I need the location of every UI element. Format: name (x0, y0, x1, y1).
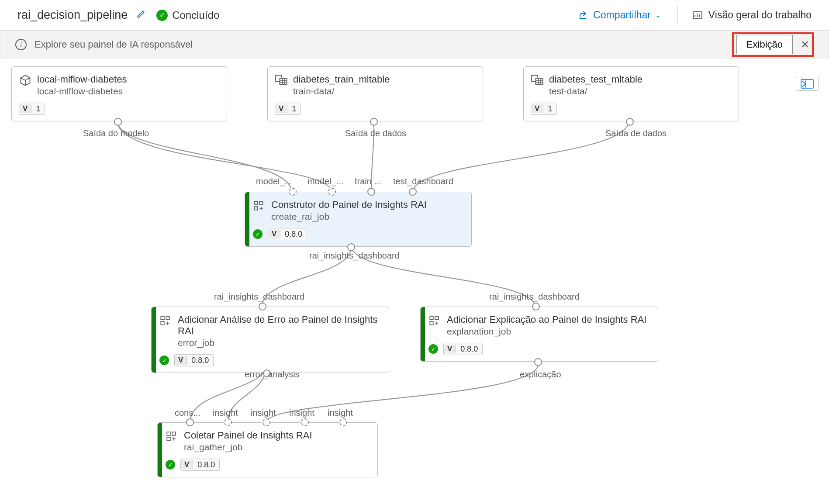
output-port[interactable] (370, 118, 378, 126)
overview-label: Visão geral do trabalho (708, 9, 812, 21)
output-port[interactable] (114, 118, 122, 126)
input-port[interactable] (301, 418, 309, 426)
status-badge: ✓ Concluído (156, 9, 219, 21)
svg-rect-13 (435, 316, 439, 320)
input-port[interactable] (186, 418, 194, 426)
svg-rect-16 (172, 432, 176, 435)
pipeline-canvas[interactable]: local-mlflow-diabetes local-mlflow-diabe… (0, 59, 829, 504)
pipeline-title: rai_decision_pipeline (17, 8, 128, 22)
exhibit-highlight: Exibição ✕ (732, 32, 814, 57)
version-chip: V0.8.0 (268, 228, 307, 240)
component-icon (165, 430, 178, 443)
output-port[interactable] (347, 243, 355, 251)
port-label: cons... (175, 408, 200, 418)
port-label: model_... (307, 176, 343, 186)
version-chip: V0.8.0 (174, 354, 214, 366)
exhibit-button[interactable]: Exibição (736, 35, 793, 54)
port-label: model_... (256, 176, 292, 186)
node-train[interactable]: diabetes_train_mltable train-data/ V1 (267, 66, 483, 121)
node-title: Adicionar Explicação ao Painel de Insigh… (447, 314, 649, 325)
port-label: rai_insights_dashboard (489, 292, 580, 302)
component-icon (159, 314, 172, 327)
input-port[interactable] (328, 188, 336, 196)
cube-icon (19, 74, 32, 87)
input-port[interactable] (224, 418, 232, 426)
rai-banner: i Explore seu painel de IA responsável E… (0, 31, 829, 59)
version-chip: V1 (19, 103, 45, 115)
svg-rect-7 (259, 201, 263, 205)
version-chip: V0.8.0 (180, 459, 220, 471)
node-gather[interactable]: Coletar Painel de Insights RAI rai_gathe… (157, 422, 378, 477)
port-label: Saída do modelo (83, 128, 149, 138)
port-label: rai_insights_dashboard (309, 251, 400, 261)
input-port[interactable] (409, 188, 417, 196)
input-port[interactable] (263, 418, 270, 426)
edit-icon[interactable] (136, 9, 146, 21)
node-subtitle: rai_gather_job (184, 442, 369, 452)
component-icon (252, 199, 265, 212)
svg-rect-12 (430, 316, 433, 320)
svg-rect-9 (161, 316, 164, 320)
banner-text: Explore seu painel de IA responsável (35, 39, 193, 50)
node-builder[interactable]: Construtor do Painel de Insights RAI cre… (245, 192, 472, 247)
share-label: Compartilhar (593, 9, 651, 21)
status-success-icon: ✓ (156, 10, 168, 21)
svg-rect-17 (167, 437, 170, 441)
input-port[interactable] (259, 303, 266, 311)
node-error[interactable]: Adicionar Análise de Erro ao Painel de I… (151, 307, 389, 373)
port-label: explicação (520, 369, 561, 380)
chevron-down-icon: ⌄ (655, 11, 661, 19)
port-label: insight (328, 408, 353, 418)
svg-rect-0 (693, 12, 702, 19)
input-port[interactable] (289, 188, 297, 196)
status-success-icon: ✓ (253, 229, 263, 239)
status-success-icon: ✓ (166, 460, 175, 469)
status-success-icon: ✓ (428, 344, 438, 354)
input-port[interactable] (532, 303, 540, 311)
node-subtitle: error_job (178, 338, 380, 348)
share-button[interactable]: Compartilhar ⌄ (578, 9, 661, 21)
edges-layer (0, 59, 829, 504)
node-subtitle: train-data/ (293, 86, 474, 97)
output-port[interactable] (626, 118, 634, 126)
input-port[interactable] (339, 418, 347, 426)
node-subtitle: local-mlflow-diabetes (37, 86, 218, 97)
node-title: local-mlflow-diabetes (37, 74, 218, 85)
svg-rect-6 (254, 201, 258, 205)
port-label: error_analysis (245, 369, 300, 380)
mltable-icon (531, 74, 544, 87)
version-chip: V0.8.0 (443, 343, 483, 355)
node-subtitle: explanation_job (447, 326, 649, 337)
node-subtitle: test-data/ (549, 86, 730, 97)
port-label: insight (213, 408, 238, 418)
port-label: rai_insights_dashboard (214, 292, 304, 302)
mltable-icon (275, 74, 288, 87)
output-port[interactable] (534, 358, 542, 366)
port-label: Saída de dados (605, 128, 667, 138)
port-label: insight (251, 408, 276, 418)
info-icon: i (15, 39, 27, 50)
version-chip: V1 (531, 103, 557, 115)
status-success-icon: ✓ (159, 356, 169, 365)
svg-rect-5 (536, 78, 543, 84)
svg-rect-3 (280, 78, 287, 84)
job-overview-button[interactable]: Visão geral do trabalho (692, 9, 812, 21)
port-label: insight (289, 408, 314, 418)
component-icon (428, 314, 441, 327)
input-port[interactable] (367, 188, 375, 196)
close-icon[interactable]: ✕ (801, 38, 809, 51)
port-label: Saída de dados (345, 128, 406, 138)
version-chip: V1 (275, 103, 301, 115)
svg-rect-15 (167, 432, 170, 435)
autolayout-button[interactable] (796, 77, 819, 91)
port-label: train ... (355, 176, 381, 186)
svg-rect-1 (801, 79, 813, 88)
status-text: Concluído (172, 9, 219, 21)
node-test[interactable]: diabetes_test_mltable test-data/ V1 (523, 66, 739, 121)
node-explain[interactable]: Adicionar Explicação ao Painel de Insigh… (420, 307, 658, 362)
svg-rect-10 (166, 316, 169, 320)
node-title: Coletar Painel de Insights RAI (184, 430, 369, 441)
svg-rect-14 (430, 321, 433, 325)
node-mlflow[interactable]: local-mlflow-diabetes local-mlflow-diabe… (11, 66, 227, 121)
node-title: diabetes_test_mltable (549, 74, 730, 85)
